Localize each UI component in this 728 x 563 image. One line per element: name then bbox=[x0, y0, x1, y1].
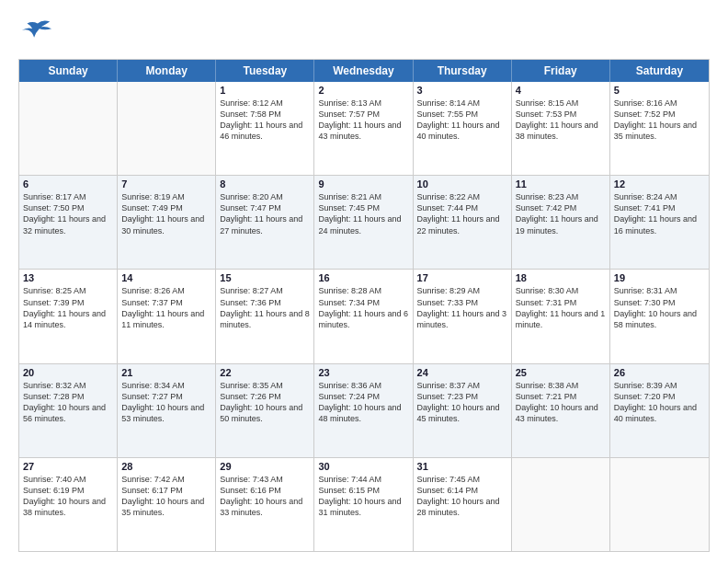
header bbox=[18, 15, 710, 50]
day-info: Sunrise: 8:32 AM Sunset: 7:28 PM Dayligh… bbox=[23, 380, 113, 425]
day-number: 23 bbox=[318, 367, 408, 378]
day-cell bbox=[512, 458, 610, 551]
day-info: Sunrise: 8:39 AM Sunset: 7:20 PM Dayligh… bbox=[614, 380, 705, 425]
day-cell: 16Sunrise: 8:28 AM Sunset: 7:34 PM Dayli… bbox=[314, 270, 413, 362]
day-number: 29 bbox=[220, 461, 310, 472]
day-name-friday: Friday bbox=[512, 60, 610, 82]
calendar-header: SundayMondayTuesdayWednesdayThursdayFrid… bbox=[19, 60, 709, 82]
day-cell bbox=[610, 458, 709, 551]
day-info: Sunrise: 8:23 AM Sunset: 7:42 PM Dayligh… bbox=[516, 191, 606, 236]
day-cell bbox=[118, 82, 216, 175]
day-cell: 12Sunrise: 8:24 AM Sunset: 7:41 PM Dayli… bbox=[610, 176, 709, 269]
day-cell: 5Sunrise: 8:16 AM Sunset: 7:52 PM Daylig… bbox=[610, 82, 709, 175]
day-number: 21 bbox=[121, 367, 211, 378]
day-info: Sunrise: 7:45 AM Sunset: 6:14 PM Dayligh… bbox=[417, 474, 507, 519]
day-cell: 23Sunrise: 8:36 AM Sunset: 7:24 PM Dayli… bbox=[314, 364, 413, 457]
day-info: Sunrise: 8:35 AM Sunset: 7:26 PM Dayligh… bbox=[220, 380, 310, 425]
day-number: 22 bbox=[220, 367, 310, 378]
day-number: 19 bbox=[614, 272, 705, 283]
day-number: 12 bbox=[614, 178, 705, 190]
day-number: 31 bbox=[417, 461, 507, 472]
day-number: 14 bbox=[121, 272, 211, 283]
day-cell: 10Sunrise: 8:22 AM Sunset: 7:44 PM Dayli… bbox=[414, 176, 512, 269]
calendar: SundayMondayTuesdayWednesdayThursdayFrid… bbox=[18, 59, 710, 552]
day-number: 15 bbox=[220, 272, 310, 283]
day-cell: 14Sunrise: 8:26 AM Sunset: 7:37 PM Dayli… bbox=[118, 270, 216, 362]
day-number: 2 bbox=[318, 85, 408, 96]
day-info: Sunrise: 8:36 AM Sunset: 7:24 PM Dayligh… bbox=[318, 380, 408, 425]
day-cell: 22Sunrise: 8:35 AM Sunset: 7:26 PM Dayli… bbox=[216, 364, 314, 457]
day-number: 4 bbox=[516, 85, 606, 96]
day-cell: 13Sunrise: 8:25 AM Sunset: 7:39 PM Dayli… bbox=[19, 270, 118, 362]
day-number: 28 bbox=[121, 461, 211, 472]
day-info: Sunrise: 8:22 AM Sunset: 7:44 PM Dayligh… bbox=[417, 191, 507, 236]
day-cell: 24Sunrise: 8:37 AM Sunset: 7:23 PM Dayli… bbox=[414, 364, 512, 457]
day-info: Sunrise: 7:40 AM Sunset: 6:19 PM Dayligh… bbox=[23, 474, 113, 519]
day-info: Sunrise: 8:26 AM Sunset: 7:37 PM Dayligh… bbox=[121, 285, 211, 330]
day-info: Sunrise: 7:42 AM Sunset: 6:17 PM Dayligh… bbox=[121, 474, 211, 519]
day-cell: 31Sunrise: 7:45 AM Sunset: 6:14 PM Dayli… bbox=[414, 458, 512, 551]
day-info: Sunrise: 8:13 AM Sunset: 7:57 PM Dayligh… bbox=[318, 98, 408, 143]
day-name-wednesday: Wednesday bbox=[314, 60, 413, 82]
week-row: 13Sunrise: 8:25 AM Sunset: 7:39 PM Dayli… bbox=[19, 269, 709, 362]
page: SundayMondayTuesdayWednesdayThursdayFrid… bbox=[0, 0, 728, 563]
day-number: 25 bbox=[516, 367, 606, 378]
day-number: 18 bbox=[516, 272, 606, 283]
week-row: 20Sunrise: 8:32 AM Sunset: 7:28 PM Dayli… bbox=[19, 363, 709, 457]
day-cell: 11Sunrise: 8:23 AM Sunset: 7:42 PM Dayli… bbox=[512, 176, 610, 269]
day-number: 9 bbox=[318, 178, 408, 190]
day-cell: 15Sunrise: 8:27 AM Sunset: 7:36 PM Dayli… bbox=[216, 270, 314, 362]
day-info: Sunrise: 8:30 AM Sunset: 7:31 PM Dayligh… bbox=[516, 285, 606, 330]
day-number: 20 bbox=[23, 367, 113, 378]
day-number: 16 bbox=[318, 272, 408, 283]
day-name-thursday: Thursday bbox=[414, 60, 512, 82]
day-number: 7 bbox=[121, 178, 211, 190]
day-info: Sunrise: 8:27 AM Sunset: 7:36 PM Dayligh… bbox=[220, 285, 310, 330]
day-info: Sunrise: 8:14 AM Sunset: 7:55 PM Dayligh… bbox=[417, 98, 507, 143]
day-cell: 3Sunrise: 8:14 AM Sunset: 7:55 PM Daylig… bbox=[414, 82, 512, 175]
day-number: 1 bbox=[220, 85, 310, 96]
week-row: 6Sunrise: 8:17 AM Sunset: 7:50 PM Daylig… bbox=[19, 175, 709, 269]
calendar-body: 1Sunrise: 8:12 AM Sunset: 7:58 PM Daylig… bbox=[19, 82, 709, 551]
day-cell: 20Sunrise: 8:32 AM Sunset: 7:28 PM Dayli… bbox=[19, 364, 118, 457]
day-info: Sunrise: 8:34 AM Sunset: 7:27 PM Dayligh… bbox=[121, 380, 211, 425]
day-name-tuesday: Tuesday bbox=[216, 60, 314, 82]
day-cell: 21Sunrise: 8:34 AM Sunset: 7:27 PM Dayli… bbox=[118, 364, 216, 457]
day-info: Sunrise: 8:15 AM Sunset: 7:53 PM Dayligh… bbox=[516, 98, 606, 143]
day-cell: 25Sunrise: 8:38 AM Sunset: 7:21 PM Dayli… bbox=[512, 364, 610, 457]
day-number: 30 bbox=[318, 461, 408, 472]
week-row: 1Sunrise: 8:12 AM Sunset: 7:58 PM Daylig… bbox=[19, 82, 709, 175]
day-cell: 9Sunrise: 8:21 AM Sunset: 7:45 PM Daylig… bbox=[314, 176, 413, 269]
day-info: Sunrise: 8:28 AM Sunset: 7:34 PM Dayligh… bbox=[318, 285, 408, 330]
day-cell: 27Sunrise: 7:40 AM Sunset: 6:19 PM Dayli… bbox=[19, 458, 118, 551]
day-cell: 4Sunrise: 8:15 AM Sunset: 7:53 PM Daylig… bbox=[512, 82, 610, 175]
day-cell: 26Sunrise: 8:39 AM Sunset: 7:20 PM Dayli… bbox=[610, 364, 709, 457]
day-number: 3 bbox=[417, 85, 507, 96]
day-number: 13 bbox=[23, 272, 113, 283]
day-name-sunday: Sunday bbox=[19, 60, 118, 82]
day-number: 11 bbox=[516, 178, 606, 190]
day-name-monday: Monday bbox=[118, 60, 216, 82]
day-number: 6 bbox=[23, 178, 113, 190]
day-name-saturday: Saturday bbox=[610, 60, 709, 82]
logo bbox=[18, 15, 57, 50]
day-number: 8 bbox=[220, 178, 310, 190]
day-info: Sunrise: 8:24 AM Sunset: 7:41 PM Dayligh… bbox=[614, 191, 705, 236]
day-cell: 6Sunrise: 8:17 AM Sunset: 7:50 PM Daylig… bbox=[19, 176, 118, 269]
day-info: Sunrise: 7:44 AM Sunset: 6:15 PM Dayligh… bbox=[318, 474, 408, 519]
day-info: Sunrise: 8:20 AM Sunset: 7:47 PM Dayligh… bbox=[220, 191, 310, 236]
day-info: Sunrise: 8:29 AM Sunset: 7:33 PM Dayligh… bbox=[417, 285, 507, 330]
day-number: 5 bbox=[614, 85, 705, 96]
day-cell: 7Sunrise: 8:19 AM Sunset: 7:49 PM Daylig… bbox=[118, 176, 216, 269]
day-number: 17 bbox=[417, 272, 507, 283]
logo-icon bbox=[18, 15, 53, 50]
day-cell: 2Sunrise: 8:13 AM Sunset: 7:57 PM Daylig… bbox=[314, 82, 413, 175]
day-info: Sunrise: 8:31 AM Sunset: 7:30 PM Dayligh… bbox=[614, 285, 705, 330]
day-cell: 30Sunrise: 7:44 AM Sunset: 6:15 PM Dayli… bbox=[314, 458, 413, 551]
day-info: Sunrise: 8:21 AM Sunset: 7:45 PM Dayligh… bbox=[318, 191, 408, 236]
day-info: Sunrise: 7:43 AM Sunset: 6:16 PM Dayligh… bbox=[220, 474, 310, 519]
day-cell: 8Sunrise: 8:20 AM Sunset: 7:47 PM Daylig… bbox=[216, 176, 314, 269]
day-cell: 28Sunrise: 7:42 AM Sunset: 6:17 PM Dayli… bbox=[118, 458, 216, 551]
day-cell: 19Sunrise: 8:31 AM Sunset: 7:30 PM Dayli… bbox=[610, 270, 709, 362]
day-number: 10 bbox=[417, 178, 507, 190]
